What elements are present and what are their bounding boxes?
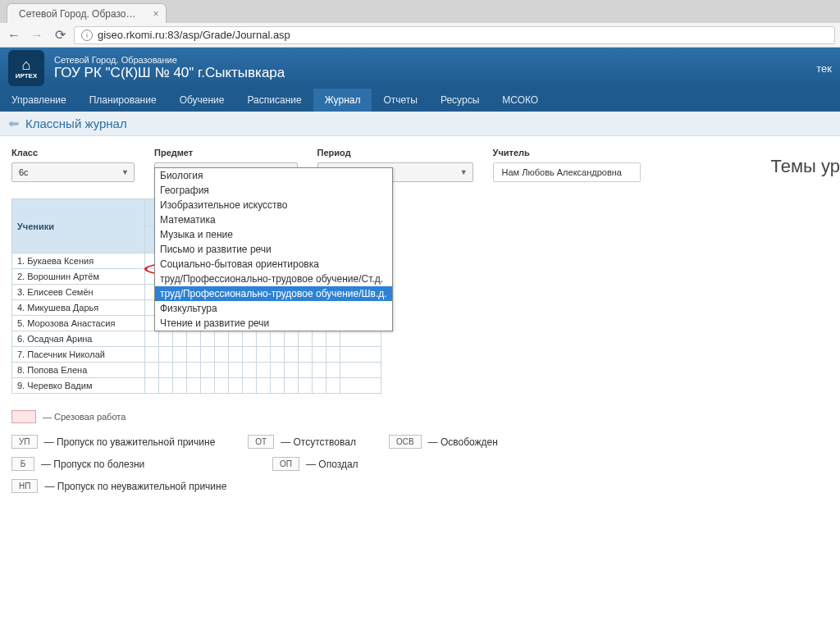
student-name-cell[interactable]: 8. Попова Елена [12,363,145,378]
subject-option[interactable]: Письмо и развитие речи [155,242,392,257]
grade-cell[interactable] [299,347,313,363]
menu-item-2[interactable]: Обучение [168,89,236,112]
subject-option[interactable]: Физкультура [155,301,392,316]
subject-option[interactable]: Изобразительное искусство [155,198,392,212]
grade-cell[interactable] [201,347,215,363]
grade-cell[interactable] [229,363,243,378]
summary-cell[interactable] [340,378,381,394]
subject-option[interactable]: Биология [155,168,392,183]
grade-cell[interactable] [326,363,340,378]
grade-cell[interactable] [215,331,229,347]
grade-cell[interactable] [326,378,340,394]
grade-cell[interactable] [313,363,326,378]
student-name-cell[interactable]: 3. Елисеев Семён [12,285,145,300]
grade-cell[interactable] [243,331,257,347]
grade-cell[interactable] [201,363,215,378]
grade-cell[interactable] [313,331,326,347]
grade-cell[interactable] [313,378,326,394]
grade-cell[interactable] [187,363,201,378]
url-input[interactable]: i giseo.rkomi.ru:83/asp/Grade/Journal.as… [74,26,835,44]
subject-option[interactable]: труд/Профессионально-трудовое обучение/Ш… [155,286,392,301]
grade-cell[interactable] [201,378,215,394]
grade-cell[interactable] [326,347,340,363]
grade-cell[interactable] [257,331,271,347]
forward-icon[interactable]: → [28,26,46,44]
menu-item-6[interactable]: Ресурсы [429,89,491,112]
grade-cell[interactable] [299,378,313,394]
grade-cell[interactable] [271,331,285,347]
grade-cell[interactable] [229,331,243,347]
subject-option[interactable]: Математика [155,212,392,227]
grade-cell[interactable] [313,347,326,363]
grade-cell[interactable] [243,347,257,363]
grade-cell[interactable] [299,331,313,347]
table-row: 9. Черевко Вадим [12,378,381,394]
summary-cell[interactable] [340,347,381,363]
menu-item-5[interactable]: Отчеты [372,89,428,112]
close-icon[interactable]: × [153,8,159,20]
grade-cell[interactable] [271,363,285,378]
grade-cell[interactable] [215,363,229,378]
browser-tab[interactable]: Сетевой Город. Образо… × [7,3,167,23]
legend-text: — Отсутствовал [281,436,356,448]
grade-cell[interactable] [271,378,285,394]
student-name-cell[interactable]: 6. Осадчая Арина [12,331,145,347]
grade-cell[interactable] [145,363,159,378]
student-name-cell[interactable]: 5. Морозова Анастасия [12,316,145,331]
student-name-cell[interactable]: 7. Пасечник Николай [12,347,145,363]
grade-cell[interactable] [159,331,173,347]
grade-cell[interactable] [187,347,201,363]
grade-cell[interactable] [187,331,201,347]
grade-cell[interactable] [145,331,159,347]
grade-cell[interactable] [257,347,271,363]
back-arrow-icon[interactable]: ⬅ [8,116,19,131]
summary-cell[interactable] [340,363,381,378]
grade-cell[interactable] [159,378,173,394]
grade-cell[interactable] [145,347,159,363]
grade-cell[interactable] [159,347,173,363]
subject-option[interactable]: Музыка и пение [155,227,392,242]
grade-cell[interactable] [229,347,243,363]
grade-cell[interactable] [173,347,187,363]
back-icon[interactable]: ← [5,26,23,44]
menu-item-3[interactable]: Расписание [236,89,313,112]
menu-item-7[interactable]: МСОКО [491,89,550,112]
grade-cell[interactable] [243,363,257,378]
subject-option[interactable]: Чтение и развитие речи [155,316,392,331]
subject-option[interactable]: труд/Профессионально-трудовое обучение/С… [155,272,392,286]
student-name-cell[interactable]: 9. Черевко Вадим [12,378,145,394]
summary-cell[interactable] [340,331,381,347]
menu-item-1[interactable]: Планирование [78,89,168,112]
student-name-cell[interactable]: 4. Микушева Дарья [12,300,145,316]
grade-cell[interactable] [285,347,299,363]
grade-cell[interactable] [145,378,159,394]
grade-cell[interactable] [173,363,187,378]
class-select[interactable]: 6с ▼ [11,162,135,182]
subject-dropdown[interactable]: БиологияГеографияИзобразительное искусст… [154,167,393,331]
grade-cell[interactable] [326,331,340,347]
grade-cell[interactable] [215,378,229,394]
subject-option[interactable]: Социально-бытовая ориентировка [155,257,392,272]
grade-cell[interactable] [187,378,201,394]
grade-cell[interactable] [257,378,271,394]
grade-cell[interactable] [229,378,243,394]
grade-cell[interactable] [173,331,187,347]
grade-cell[interactable] [271,347,285,363]
info-icon[interactable]: i [81,30,93,41]
subject-option[interactable]: География [155,183,392,198]
grade-cell[interactable] [299,363,313,378]
grade-cell[interactable] [201,331,215,347]
grade-cell[interactable] [243,378,257,394]
grade-cell[interactable] [173,378,187,394]
grade-cell[interactable] [257,363,271,378]
reload-icon[interactable]: ⟳ [51,26,69,44]
grade-cell[interactable] [159,363,173,378]
grade-cell[interactable] [285,363,299,378]
menu-item-4[interactable]: Журнал [313,89,372,112]
grade-cell[interactable] [285,378,299,394]
student-name-cell[interactable]: 2. Ворошнин Артём [12,269,145,285]
grade-cell[interactable] [285,331,299,347]
grade-cell[interactable] [215,347,229,363]
menu-item-0[interactable]: Управление [0,89,78,112]
student-name-cell[interactable]: 1. Букаева Ксения [12,253,145,269]
